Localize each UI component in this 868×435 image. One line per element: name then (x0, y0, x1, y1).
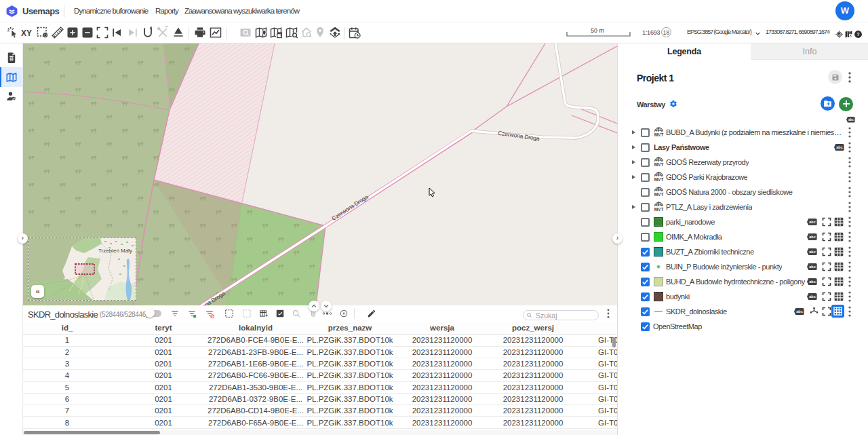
svg-text:abc: abc (848, 118, 854, 121)
svg-text:MVT: MVT (654, 192, 664, 197)
svg-text:MVT: MVT (654, 207, 664, 212)
svg-text:abc: abc (809, 295, 815, 299)
svg-text:MVT: MVT (654, 177, 664, 182)
svg-text:?: ? (856, 32, 859, 37)
svg-text:Trzebień Mały: Trzebień Mały (98, 248, 132, 254)
svg-text:abc: abc (809, 265, 815, 269)
svg-text:abc: abc (809, 220, 815, 224)
svg-text:MVT: MVT (654, 132, 664, 137)
svg-text:abc: abc (809, 250, 815, 254)
svg-text:abc: abc (809, 280, 815, 284)
svg-text:abc: abc (809, 235, 815, 239)
svg-text:MVT: MVT (654, 162, 664, 167)
svg-text:abc: abc (836, 145, 842, 149)
svg-text:abc: abc (796, 309, 802, 314)
